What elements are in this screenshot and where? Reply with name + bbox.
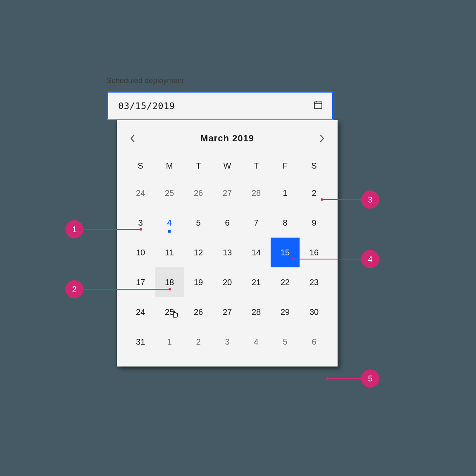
day-cell[interactable]: 30 <box>300 297 328 327</box>
dow-header: T <box>184 153 213 178</box>
day-cell[interactable]: 21 <box>242 267 271 297</box>
day-cell[interactable]: 20 <box>213 267 242 297</box>
day-cell[interactable]: 23 <box>300 267 328 297</box>
day-cell[interactable]: 24 <box>126 297 155 327</box>
dow-header: T <box>242 153 271 178</box>
day-cell[interactable]: 28 <box>242 297 271 327</box>
annotation-badge: 5 <box>361 369 379 388</box>
day-cell[interactable]: 9 <box>300 208 328 238</box>
day-cell[interactable]: 22 <box>271 267 300 297</box>
day-cell[interactable]: 12 <box>184 238 213 267</box>
day-cell[interactable]: 31 <box>126 327 155 357</box>
annotation-callout: 5 <box>326 369 379 388</box>
day-cell[interactable]: 27 <box>213 178 242 208</box>
day-cell[interactable]: 18 <box>155 267 184 297</box>
next-month-button[interactable] <box>315 132 328 145</box>
day-cell[interactable]: 25 <box>155 297 184 327</box>
dow-header: S <box>300 153 328 178</box>
day-cell[interactable]: 25 <box>155 178 184 208</box>
annotation-badge: 4 <box>361 250 379 268</box>
field-label: Scheduled deployment <box>107 76 334 85</box>
day-cell[interactable]: 27 <box>213 297 242 327</box>
day-cell[interactable]: 19 <box>184 267 213 297</box>
dow-header: M <box>155 153 184 178</box>
dow-header: S <box>126 153 155 178</box>
day-cell[interactable]: 5 <box>271 327 300 357</box>
day-cell[interactable]: 16 <box>300 238 328 267</box>
day-cell[interactable]: 10 <box>126 238 155 267</box>
day-cell[interactable]: 13 <box>213 238 242 267</box>
annotation-badge: 3 <box>361 190 379 209</box>
day-cell[interactable]: 15 <box>271 238 300 267</box>
date-input-value: 03/15/2019 <box>118 101 175 111</box>
day-cell[interactable]: 5 <box>184 208 213 238</box>
day-cell[interactable]: 29 <box>271 297 300 327</box>
calendar-panel: March 2019 SMTWTFS 242526272812345678910… <box>117 120 338 367</box>
day-cell[interactable]: 3 <box>126 208 155 238</box>
month-year-label: March 2019 <box>200 133 254 144</box>
day-cell[interactable]: 3 <box>213 327 242 357</box>
dow-header: F <box>271 153 300 178</box>
day-cell[interactable]: 17 <box>126 267 155 297</box>
day-cell[interactable]: 6 <box>213 208 242 238</box>
annotation-badge: 1 <box>65 220 83 238</box>
day-cell[interactable]: 1 <box>155 327 184 357</box>
day-cell[interactable]: 11 <box>155 238 184 267</box>
day-cell[interactable]: 4 <box>155 208 184 238</box>
prev-month-button[interactable] <box>126 132 139 145</box>
day-cell[interactable]: 6 <box>300 327 328 357</box>
day-cell[interactable]: 2 <box>184 327 213 357</box>
day-cell[interactable]: 7 <box>242 208 271 238</box>
day-cell[interactable]: 4 <box>242 327 271 357</box>
day-cell[interactable]: 26 <box>184 297 213 327</box>
svg-rect-0 <box>314 102 322 109</box>
day-cell[interactable]: 14 <box>242 238 271 267</box>
date-input[interactable]: 03/15/2019 <box>107 91 334 120</box>
annotation-badge: 2 <box>65 280 83 298</box>
day-cell[interactable]: 28 <box>242 178 271 208</box>
day-cell[interactable]: 8 <box>271 208 300 238</box>
day-cell[interactable]: 2 <box>300 178 328 208</box>
day-cell[interactable]: 1 <box>271 178 300 208</box>
day-cell[interactable]: 24 <box>126 178 155 208</box>
calendar-icon[interactable] <box>313 100 323 112</box>
dow-header: W <box>213 153 242 178</box>
day-cell[interactable]: 26 <box>184 178 213 208</box>
